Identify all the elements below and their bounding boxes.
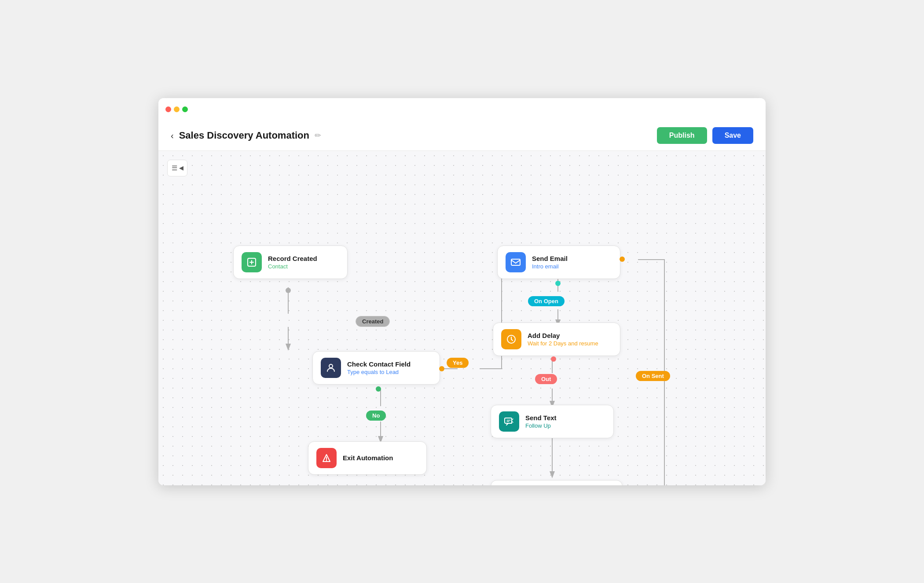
hamburger-icon: ☰ — [172, 164, 177, 172]
dot-check-contact-bottom — [376, 386, 381, 392]
chevron-left-icon: ◀ — [179, 165, 183, 171]
add-delay-node[interactable]: Add Delay Wait for 2 Days and resume — [493, 323, 620, 356]
send-text-info: Send Text Follow Up — [525, 414, 557, 429]
add-delay-title: Add Delay — [528, 332, 598, 339]
send-text-node[interactable]: Send Text Follow Up — [491, 405, 614, 438]
on-open-label: On Open — [528, 296, 565, 306]
fullscreen-button[interactable] — [182, 106, 188, 112]
back-button[interactable]: ‹ — [171, 131, 174, 141]
exit-automation-icon — [316, 448, 337, 468]
no-label: No — [366, 411, 386, 421]
title-bar — [158, 98, 766, 121]
exit-automation-info: Exit Automation — [343, 454, 393, 462]
send-email-subtitle: Intro email — [532, 263, 568, 270]
add-delay-icon — [501, 329, 521, 349]
add-delay-subtitle: Wait for 2 Days and resume — [528, 340, 598, 347]
svg-rect-4 — [505, 418, 512, 423]
publish-button[interactable]: Publish — [657, 127, 707, 144]
close-button[interactable] — [165, 106, 171, 112]
record-created-node[interactable]: Record Created Contact — [233, 246, 348, 279]
on-sent-label: On Sent — [636, 371, 670, 381]
traffic-lights — [165, 106, 188, 112]
header: ‹ Sales Discovery Automation ✏ Publish S… — [158, 121, 766, 151]
record-created-info: Record Created Contact — [268, 255, 317, 270]
save-button[interactable]: Save — [712, 127, 753, 144]
send-email-title: Send Email — [532, 255, 568, 262]
send-text-icon — [499, 411, 519, 432]
exit-automation-title: Exit Automation — [343, 454, 393, 462]
send-email-icon — [506, 252, 526, 272]
dot-add-delay-bottom — [551, 356, 556, 362]
yes-label: Yes — [447, 358, 469, 368]
dot-send-email-bottom — [555, 281, 561, 286]
record-created-title: Record Created — [268, 255, 317, 262]
edit-icon[interactable]: ✏ — [315, 131, 321, 140]
check-contact-node[interactable]: Check Contact Field Type equals to Lead — [312, 351, 440, 385]
minimize-button[interactable] — [174, 106, 180, 112]
sidebar-toggle[interactable]: ☰ ◀ — [167, 160, 187, 176]
record-created-icon — [242, 252, 262, 272]
send-text-title: Send Text — [525, 414, 557, 422]
check-contact-subtitle: Type equals to Lead — [347, 369, 411, 375]
check-contact-icon — [321, 358, 341, 378]
send-email-info: Send Email Intro email — [532, 255, 568, 270]
add-delay-info: Add Delay Wait for 2 Days and resume — [528, 332, 598, 347]
svg-point-1 — [329, 364, 333, 368]
send-email-node[interactable]: Send Email Intro email — [497, 246, 620, 279]
activity-create-node[interactable]: Activity Create Sales Discovery Call — [491, 480, 623, 485]
dot-record-created-bottom — [286, 288, 291, 293]
page-title: Sales Discovery Automation — [179, 130, 309, 141]
send-text-subtitle: Follow Up — [525, 422, 557, 429]
canvas-area[interactable]: ☰ ◀ — [158, 151, 766, 485]
created-label: Created — [356, 316, 390, 327]
app-window: ‹ Sales Discovery Automation ✏ Publish S… — [158, 98, 766, 485]
dot-check-contact-right — [439, 366, 444, 371]
check-contact-info: Check Contact Field Type equals to Lead — [347, 360, 411, 375]
exit-automation-node[interactable]: Exit Automation — [308, 441, 427, 475]
connectors-svg — [158, 151, 766, 485]
dot-send-email-right — [620, 257, 625, 262]
svg-rect-2 — [511, 259, 520, 265]
check-contact-title: Check Contact Field — [347, 360, 411, 368]
record-created-subtitle: Contact — [268, 263, 317, 270]
out-label: Out — [535, 374, 557, 384]
